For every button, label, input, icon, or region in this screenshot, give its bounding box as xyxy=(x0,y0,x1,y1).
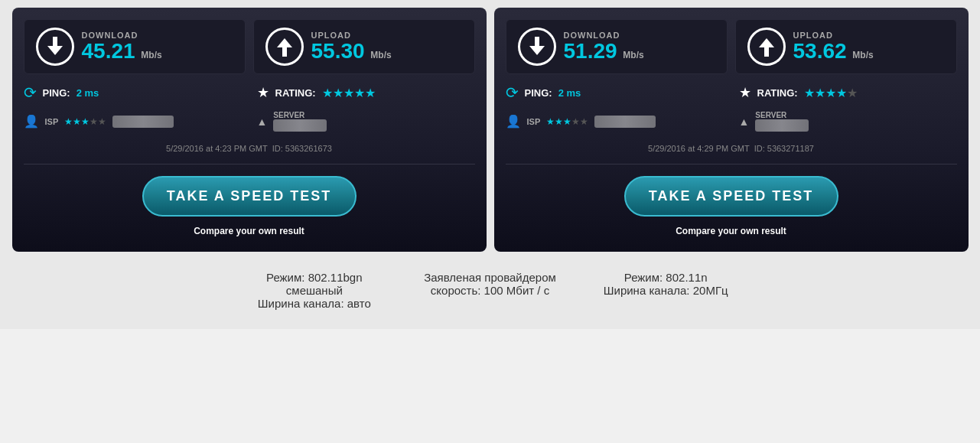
svg-rect-7 xyxy=(764,46,769,57)
compare-text-2: Compare your own result xyxy=(506,226,957,236)
rating-section-1: ★ RATING: ★★★★★ xyxy=(257,84,475,101)
compare-text-1: Compare your own result xyxy=(24,226,475,236)
ping-label-2: PING: xyxy=(525,87,552,99)
metrics-row-2: DOWNLOAD 51.29 Mb/s UPLOAD xyxy=(506,19,957,74)
upload-icon-1 xyxy=(265,28,304,66)
server-section-2: ▲ SERVER xyxy=(739,111,957,132)
svg-rect-3 xyxy=(282,46,287,57)
download-box-2: DOWNLOAD 51.29 Mb/s xyxy=(506,19,728,74)
svg-marker-5 xyxy=(529,46,545,55)
bottom-left: Режим: 802.11bgn смешаный Ширина канала:… xyxy=(234,267,395,314)
download-info-1: DOWNLOAD 45.21 Mb/s xyxy=(82,31,162,64)
isp-row-2: 👤 ISP ★★★★★ ▲ SERVER xyxy=(506,111,957,132)
server-name-blur-2 xyxy=(755,119,809,132)
bottom-right: Режим: 802.11n Ширина канала: 20МГц xyxy=(585,267,746,314)
ping-section-1: ⟳ PING: 2 ms xyxy=(24,83,242,102)
rating-section-2: ★ RATING: ★★★★★ xyxy=(739,84,957,101)
bottom-left-line1: Режим: 802.11bgn смешаный xyxy=(246,271,383,297)
divider-2 xyxy=(506,164,957,164)
rating-label-1: RATING: xyxy=(275,87,316,99)
ping-value-2: 2 ms xyxy=(558,87,581,99)
ping-icon-1: ⟳ xyxy=(24,83,37,102)
metrics-row-1: DOWNLOAD 45.21 Mb/s UPLOAD xyxy=(24,19,475,74)
person-icon-1: 👤 xyxy=(24,114,39,129)
bottom-middle: Заявленая провайдером скорость: 100 Мбит… xyxy=(410,267,571,314)
speed-card-1: DOWNLOAD 45.21 Mb/s UPLOAD xyxy=(12,8,487,252)
svg-marker-1 xyxy=(47,46,63,55)
isp-section-2: 👤 ISP ★★★★★ xyxy=(506,114,724,129)
upload-value-2: 53.62 Mb/s xyxy=(793,40,874,64)
cards-row: DOWNLOAD 45.21 Mb/s UPLOAD xyxy=(8,8,972,252)
bottom-right-line2: Ширина канала: 20МГц xyxy=(597,284,734,297)
isp-section-1: 👤 ISP ★★★★★ xyxy=(24,114,242,129)
download-value-2: 51.29 Mb/s xyxy=(564,40,644,64)
date-text-1: 5/29/2016 at 4:23 PM GMT ID: 5363261673 xyxy=(166,144,332,153)
person-icon-2: 👤 xyxy=(506,114,521,129)
rating-stars-2: ★★★★★ xyxy=(804,86,858,100)
divider-1 xyxy=(24,164,475,164)
ping-value-1: 2 ms xyxy=(77,87,99,99)
download-value-1: 45.21 Mb/s xyxy=(82,40,162,64)
server-section-1: ▲ SERVER xyxy=(257,111,475,132)
bottom-left-line2: Ширина канала: авто xyxy=(246,297,383,310)
bottom-right-line1: Режим: 802.11n xyxy=(597,271,734,284)
speed-card-2: DOWNLOAD 51.29 Mb/s UPLOAD xyxy=(494,8,969,252)
ping-label-1: PING: xyxy=(43,87,70,99)
server-info-2: SERVER xyxy=(755,111,809,132)
svg-rect-0 xyxy=(53,37,57,47)
ping-section-2: ⟳ PING: 2 ms xyxy=(506,83,724,102)
server-icon-1: ▲ xyxy=(257,116,268,128)
speed-test-button-1[interactable]: TAKE A SPEED TEST xyxy=(142,176,357,217)
bottom-middle-line1: Заявленая провайдером xyxy=(422,271,559,284)
bottom-text-row: Режим: 802.11bgn смешаный Ширина канала:… xyxy=(219,259,761,321)
download-box-1: DOWNLOAD 45.21 Mb/s xyxy=(24,19,246,74)
date-text-2: 5/29/2016 at 4:29 PM GMT ID: 5363271187 xyxy=(648,144,814,153)
ping-icon-2: ⟳ xyxy=(506,83,519,102)
server-name-blur-1 xyxy=(273,119,327,132)
upload-box-2: UPLOAD 53.62 Mb/s xyxy=(735,19,957,74)
server-label-1: SERVER xyxy=(273,111,327,119)
upload-box-1: UPLOAD 55.30 Mb/s xyxy=(253,19,475,74)
download-icon-2 xyxy=(518,28,556,66)
secondary-row-2: ⟳ PING: 2 ms ★ RATING: ★★★★★ xyxy=(506,83,957,102)
rating-star-icon-1: ★ xyxy=(257,84,269,101)
rating-stars-1: ★★★★★ xyxy=(322,86,376,100)
secondary-row-1: ⟳ PING: 2 ms ★ RATING: ★★★★★ xyxy=(24,83,475,102)
server-info-1: SERVER xyxy=(273,111,327,132)
speed-test-button-2[interactable]: TAKE A SPEED TEST xyxy=(624,176,838,217)
main-container: DOWNLOAD 45.21 Mb/s UPLOAD xyxy=(0,0,980,329)
rating-star-icon-2: ★ xyxy=(739,84,751,101)
svg-rect-4 xyxy=(535,37,539,47)
isp-label-1: ISP xyxy=(45,117,59,126)
upload-icon-2 xyxy=(747,28,786,66)
isp-name-blur-2 xyxy=(594,116,656,128)
upload-info-2: UPLOAD 53.62 Mb/s xyxy=(793,31,874,64)
bottom-middle-line2: скорость: 100 Мбит / с xyxy=(422,284,559,297)
server-label-2: SERVER xyxy=(755,111,809,119)
download-icon-1 xyxy=(36,28,74,66)
upload-info-1: UPLOAD 55.30 Mb/s xyxy=(311,31,392,64)
date-row-2: 5/29/2016 at 4:29 PM GMT ID: 5363271187 xyxy=(506,141,957,155)
server-icon-2: ▲ xyxy=(739,116,750,128)
date-row-1: 5/29/2016 at 4:23 PM GMT ID: 5363261673 xyxy=(24,141,475,155)
isp-row-1: 👤 ISP ★★★★★ ▲ SERVER xyxy=(24,111,475,132)
isp-label-2: ISP xyxy=(527,117,541,126)
upload-value-1: 55.30 Mb/s xyxy=(311,40,392,64)
isp-name-blur-1 xyxy=(112,116,174,128)
rating-label-2: RATING: xyxy=(757,87,798,99)
download-info-2: DOWNLOAD 51.29 Mb/s xyxy=(564,31,644,64)
isp-stars-2: ★★★★★ xyxy=(546,116,588,127)
isp-stars-1: ★★★★★ xyxy=(64,116,106,127)
